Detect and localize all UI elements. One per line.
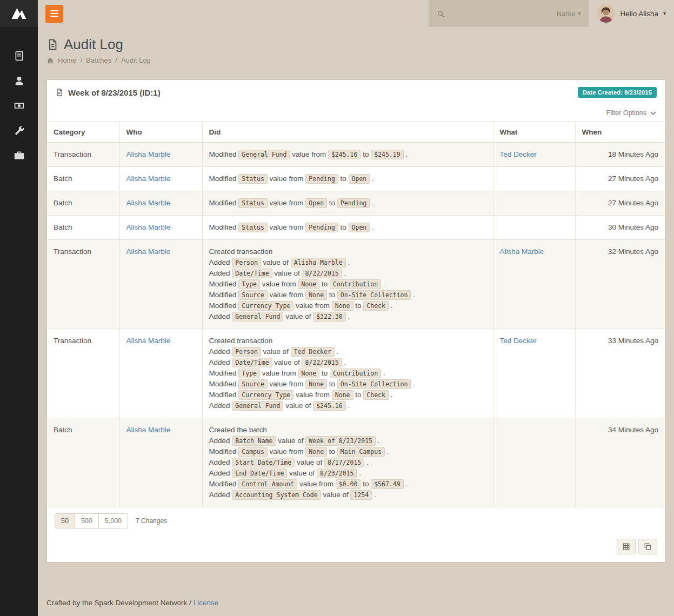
breadcrumb-home[interactable]: Home [58, 56, 77, 64]
page-size-button[interactable]: 50 [55, 513, 75, 528]
value-badge: 8/22/2015 [302, 358, 342, 367]
did-line: Added General Fund value of $322.30 . [209, 311, 486, 322]
caret-down-icon: ▾ [663, 11, 666, 16]
value-badge: Batch Name [232, 436, 276, 446]
category-cell: Batch [47, 216, 119, 240]
when-cell: 34 Minutes Ago [575, 418, 665, 507]
value-badge: Status [238, 174, 268, 184]
value-badge: 8/23/2015 [317, 468, 357, 478]
person-link[interactable]: Alisha Marble [126, 223, 171, 231]
crafted-by-text: Crafted by the Spark Development Network… [46, 599, 191, 607]
rock-logo[interactable] [0, 0, 38, 27]
value-badge: Control Amount [238, 479, 297, 489]
column-header[interactable]: Category [47, 122, 119, 143]
what-cell: Alisha Marble [493, 240, 575, 329]
what-cell [493, 167, 575, 191]
file-icon [55, 88, 64, 97]
did-cell: Modified General Fund value from $245.16… [202, 143, 493, 167]
person-link[interactable]: Ted Decker [500, 150, 537, 158]
when-cell: 33 Minutes Ago [575, 329, 665, 418]
filter-options-toggle[interactable]: Filter Options [47, 105, 665, 122]
grid-footer: 505005,000 7 Changes [47, 507, 665, 534]
value-badge: Week of 8/23/2015 [305, 436, 376, 446]
page-size-button[interactable]: 500 [75, 513, 99, 528]
sidebar-item-book[interactable] [0, 43, 38, 68]
category-cell: Transaction [47, 240, 119, 329]
value-badge: Person [232, 347, 261, 357]
value-badge: Date/Time [232, 358, 272, 367]
who-cell: Alisha Marble [119, 167, 202, 191]
user-greeting: Hello Alisha [620, 10, 658, 18]
breadcrumb-batches[interactable]: Batches [86, 56, 111, 64]
did-cell: Modified Status value from Pending to Op… [202, 167, 493, 191]
person-link[interactable]: Alisha Marble [126, 150, 171, 158]
copy-grid-button[interactable] [638, 539, 657, 554]
person-link[interactable]: Alisha Marble [126, 337, 171, 345]
value-badge: None [305, 379, 327, 389]
value-badge: None [332, 390, 353, 400]
grid-icon [622, 543, 630, 551]
panel-heading: Week of 8/23/2015 (ID:1) Date Created: 8… [47, 80, 665, 105]
did-line: Added General Fund value of $245.16 . [209, 400, 486, 411]
search-input[interactable] [445, 10, 556, 18]
value-badge: Start Date/Time [232, 458, 295, 467]
rock-logo-icon [9, 4, 29, 23]
sidebar [0, 0, 38, 616]
panel-title: Week of 8/23/2015 (ID:1) [55, 88, 161, 97]
who-cell: Alisha Marble [119, 240, 202, 329]
value-badge: General Fund [232, 312, 283, 322]
page-title: Audit Log [46, 36, 665, 52]
breadcrumb-current: Audit Log [121, 56, 151, 64]
person-link[interactable]: Alisha Marble [126, 426, 171, 434]
value-badge: Contribution [330, 279, 381, 289]
value-badge: Main Campus [337, 447, 385, 457]
value-badge: $245.16 [328, 150, 361, 159]
value-badge: $322.30 [313, 312, 345, 322]
column-header[interactable]: What [493, 122, 575, 143]
page-footer: Crafted by the Spark Development Network… [38, 599, 674, 616]
table-row: BatchAlisha MarbleModified Status value … [47, 191, 665, 216]
sidebar-item-person[interactable] [0, 68, 38, 93]
search-type-dropdown[interactable]: Name ▾ [557, 10, 581, 18]
person-link[interactable]: Ted Decker [500, 337, 537, 345]
person-link[interactable]: Alisha Marble [126, 247, 171, 256]
category-cell: Batch [47, 167, 119, 191]
person-link[interactable]: Alisha Marble [126, 175, 171, 183]
value-badge: Pending [337, 198, 370, 208]
did-line: Modified Currency Type value from None t… [209, 390, 486, 400]
value-badge: Status [238, 223, 268, 232]
sidebar-item-briefcase[interactable] [0, 143, 38, 168]
value-badge: None [298, 279, 320, 289]
what-cell [493, 216, 575, 240]
column-header[interactable]: When [575, 122, 665, 143]
sidebar-nav [0, 27, 38, 168]
search-bar[interactable]: Name ▾ [429, 0, 589, 27]
person-link[interactable]: Alisha Marble [126, 199, 171, 207]
column-header[interactable]: Who [119, 122, 202, 143]
value-badge: $245.16 [313, 401, 345, 411]
hamburger-menu-button[interactable] [45, 5, 63, 23]
license-link[interactable]: License [193, 599, 219, 607]
page-size-button[interactable]: 5,000 [98, 513, 128, 528]
export-grid-button[interactable] [617, 539, 636, 554]
value-badge: Open [349, 174, 370, 184]
did-line: Modified Campus value from None to Main … [209, 446, 486, 457]
audit-log-panel: Week of 8/23/2015 (ID:1) Date Created: 8… [46, 79, 665, 563]
person-link[interactable]: Alisha Marble [500, 247, 544, 256]
chevron-down-icon [650, 110, 657, 117]
avatar [597, 4, 615, 23]
sidebar-item-wrench[interactable] [0, 118, 38, 143]
sidebar-item-money[interactable] [0, 93, 38, 118]
value-badge: None [305, 290, 327, 300]
value-badge: Check [363, 390, 389, 400]
user-menu[interactable]: Hello Alisha ▾ [589, 0, 674, 27]
panel-title-text: Week of 8/23/2015 (ID:1) [68, 88, 161, 97]
when-cell: 27 Minutes Ago [575, 191, 665, 216]
did-line: Added Person value of Ted Decker . [209, 346, 486, 357]
value-badge: Person [232, 258, 261, 267]
value-badge: 8/22/2015 [302, 269, 342, 278]
when-cell: 27 Minutes Ago [575, 167, 665, 191]
did-line: Created the batch [209, 425, 486, 436]
did-line: Modified Status value from Pending to Op… [209, 222, 486, 233]
column-header[interactable]: Did [202, 122, 493, 143]
